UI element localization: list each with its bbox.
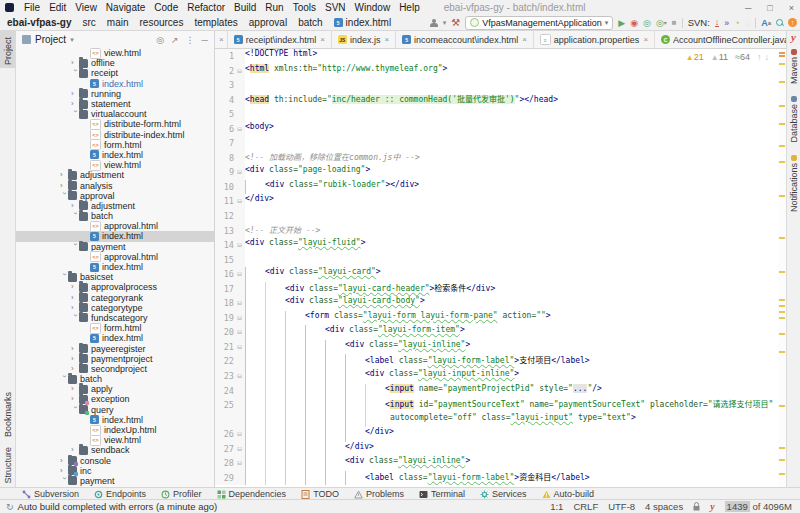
code-line[interactable]: 26⊟</div> <box>215 427 778 442</box>
caret-position[interactable]: 1:1 <box>550 501 563 512</box>
fold-marker-icon[interactable]: ⊟ <box>234 456 245 471</box>
ide-update-icon[interactable]: ↑ <box>788 18 797 27</box>
tree-item-basicset[interactable]: ›basicset <box>16 272 214 282</box>
clipped-tab[interactable]: × <box>215 31 228 48</box>
tool-window-button-services[interactable]: Services <box>480 489 527 499</box>
gutter[interactable]: 20⊟ <box>215 325 245 340</box>
menu-svn[interactable]: SVN <box>325 2 346 13</box>
tool-window-button-auto-build[interactable]: Auto-build <box>542 489 595 499</box>
tree-item-console[interactable]: ›console <box>16 456 214 466</box>
fold-marker-icon[interactable]: ⊟ <box>234 427 245 442</box>
chevron-expanded-icon[interactable]: › <box>60 192 68 200</box>
memory-indicator[interactable]: 1439 of 4096M <box>725 501 792 512</box>
error-stripe-mark[interactable] <box>779 351 785 353</box>
line-separator[interactable]: CRLF <box>573 501 598 512</box>
tool-window-button-problems[interactable]: Problems <box>354 489 404 499</box>
editor-tab-incomeaccount-index-html[interactable]: 5incomeaccount\index.html× <box>396 31 534 48</box>
code-line[interactable]: 29<label class="layui-form-label">资金科目</… <box>215 471 778 486</box>
gutter[interactable] <box>215 413 245 428</box>
chevron-expanded-icon[interactable]: › <box>71 212 79 220</box>
tree-item-batch[interactable]: ›batch <box>16 211 214 221</box>
error-stripe-mark[interactable] <box>779 299 785 301</box>
tree-item-view.html[interactable]: <>view.html <box>16 435 214 445</box>
gutter[interactable]: 21⊟ <box>215 340 245 355</box>
tree-item-payment[interactable]: ›payment <box>16 242 214 252</box>
chevron-collapsed-icon[interactable]: › <box>60 467 68 475</box>
chevron-collapsed-icon[interactable]: › <box>71 365 79 373</box>
tree-item-approval.html[interactable]: <>approval.html <box>16 221 214 231</box>
error-stripe-mark[interactable] <box>779 311 785 313</box>
chevron-expanded-icon[interactable]: › <box>71 69 79 77</box>
chevron-expanded-icon[interactable]: › <box>71 243 79 251</box>
gutter[interactable]: 18⊟ <box>215 296 245 311</box>
gutter[interactable]: 9⊟ <box>215 165 245 180</box>
gutter[interactable]: 13 <box>215 224 245 239</box>
tree-item-form.html[interactable]: <>form.html <box>16 323 214 333</box>
error-stripe-mark[interactable] <box>779 55 785 57</box>
tree-item-virtualaccount[interactable]: ›virtualaccount <box>16 109 214 119</box>
editor-tab-index-js[interactable]: JSindex.js× <box>332 31 396 48</box>
close-tab-icon[interactable]: × <box>643 35 648 44</box>
chevron-collapsed-icon[interactable]: › <box>71 294 79 302</box>
fold-marker-icon[interactable]: ⊟ <box>234 64 245 79</box>
breadcrumb-item-ebai-vfpas-gy[interactable]: ebai-vfpas-gy <box>7 17 71 28</box>
tree-item-view.html[interactable]: <>view.html <box>16 160 214 170</box>
gutter[interactable]: 12 <box>215 209 245 224</box>
tree-item-adjustment[interactable]: ›adjustment <box>16 201 214 211</box>
gutter[interactable]: 22 <box>215 354 245 369</box>
code-line[interactable]: 14⊟<div class="layui-fluid"> <box>215 238 778 253</box>
code-line[interactable]: 9⊟<div class="page-loading"> <box>215 165 778 180</box>
editor-tab-accountofflinecontroller-java[interactable]: CAccountOfflineController.java× <box>655 31 786 48</box>
run-button[interactable]: ▶ <box>618 18 625 28</box>
chevron-expanded-icon[interactable]: › <box>60 375 68 383</box>
tool-button-maven[interactable]: Maven <box>789 49 799 84</box>
file-encoding[interactable]: UTF-8 <box>608 501 635 512</box>
tree-item-indexUp.html[interactable]: <>indexUp.html <box>16 425 214 435</box>
error-stripe-mark[interactable] <box>779 473 785 475</box>
tool-window-button-todo[interactable]: TODO <box>301 489 339 499</box>
menu-edit[interactable]: Edit <box>49 2 66 13</box>
fold-marker-icon[interactable]: ⊟ <box>234 325 245 340</box>
menu-window[interactable]: Window <box>355 2 391 13</box>
editor-tab-receipt-index-html[interactable]: 5receipt\index.html× <box>228 31 332 48</box>
chevron-expanded-icon[interactable]: › <box>60 477 68 485</box>
gutter[interactable]: 1 <box>215 49 245 64</box>
close-tab-icon[interactable]: × <box>320 35 325 44</box>
code-line[interactable]: 6⊟<body> <box>215 122 778 137</box>
tree-item-form.html[interactable]: <>form.html <box>16 140 214 150</box>
error-stripe-mark[interactable] <box>779 52 785 54</box>
tree-item-statement[interactable]: ›statement <box>16 99 214 109</box>
code-line[interactable]: 21⊟<div class="layui-inline"> <box>215 340 778 355</box>
debug-button[interactable]: ◉ <box>630 18 638 28</box>
gutter[interactable]: 27⊟ <box>215 442 245 457</box>
chevron-down-icon[interactable]: ▾ <box>70 36 74 44</box>
tree-item-running[interactable]: ›running <box>16 89 214 99</box>
tree-item-distribute-form.html[interactable]: <>distribute-form.html <box>16 119 214 129</box>
tree-item-categoryrank[interactable]: ›categoryrank <box>16 293 214 303</box>
fold-marker-icon[interactable]: ⊟ <box>234 369 245 384</box>
tool-button-structure[interactable]: Structure <box>3 447 13 484</box>
close-tab-icon[interactable]: × <box>384 35 389 44</box>
fold-marker-icon[interactable]: ⊟ <box>234 311 245 326</box>
code-line[interactable]: autocomplete="off" class="layui-input" t… <box>215 413 778 428</box>
gutter[interactable]: 8 <box>215 151 245 166</box>
code-line[interactable]: 18⊟<div class="layui-card-body"> <box>215 296 778 311</box>
breadcrumb-item-src[interactable]: src <box>82 17 95 28</box>
chevron-collapsed-icon[interactable]: › <box>71 395 79 403</box>
tool-button-notifications[interactable]: Notifications <box>789 155 799 212</box>
error-stripe-mark[interactable] <box>779 195 785 197</box>
code-line[interactable]: 16⊟<div class="layui-card"> <box>215 267 778 282</box>
chevron-collapsed-icon[interactable]: › <box>71 100 79 108</box>
error-stripe[interactable] <box>778 49 786 488</box>
menu-refactor[interactable]: Refactor <box>187 2 225 13</box>
fold-marker-icon[interactable]: ⊟ <box>234 267 245 282</box>
tool-window-button-terminal[interactable]: Terminal <box>419 489 465 499</box>
error-stripe-mark[interactable] <box>779 459 785 461</box>
chevron-collapsed-icon[interactable]: › <box>71 304 79 312</box>
chevron-collapsed-icon[interactable]: › <box>71 283 79 291</box>
error-stripe-mark[interactable] <box>779 405 785 407</box>
profile-button[interactable]: ◎▾ <box>656 18 667 28</box>
gutter[interactable]: 6⊟ <box>215 122 245 137</box>
error-stripe-mark[interactable] <box>779 305 785 307</box>
tool-window-button-subversion[interactable]: Subversion <box>22 489 79 499</box>
